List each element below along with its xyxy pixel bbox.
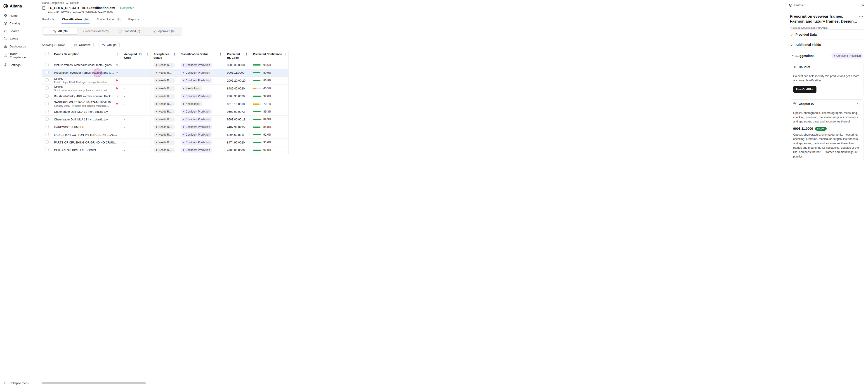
row-checkbox[interactable]	[45, 133, 49, 136]
table-row[interactable]: CHIPSPotato chips. Fried. Packaged in ba…	[42, 76, 289, 85]
row-checkbox[interactable]	[45, 71, 49, 74]
acceptance-status-badge[interactable]: Needs Rev...	[153, 117, 175, 122]
sparkle-icon[interactable]: ✦	[116, 71, 119, 74]
filter-approved-0[interactable]: Approved (0)	[147, 28, 181, 35]
tab-classification[interactable]: Classification20	[61, 17, 90, 24]
acceptance-status-badge[interactable]: Needs Rev...	[153, 70, 175, 75]
sort-desc-icon[interactable]: ↓	[81, 53, 82, 56]
classification-status-badge[interactable]: Confident Prediction	[181, 70, 212, 75]
classification-status-badge[interactable]: Confident Prediction	[181, 117, 212, 122]
column-menu-icon[interactable]: ⋮	[245, 53, 248, 56]
classification-status-badge[interactable]: Confident Prediction	[181, 125, 212, 129]
row-checkbox[interactable]	[45, 125, 49, 128]
row-checkbox[interactable]	[45, 117, 49, 121]
acceptance-status-badge[interactable]: Needs Rev...	[153, 132, 175, 137]
row-checkbox[interactable]	[45, 148, 49, 152]
acceptance-status-badge[interactable]: Needs Rev...	[153, 86, 175, 91]
column-menu-icon[interactable]: ⋮	[146, 53, 149, 56]
column-menu-icon[interactable]: ⋮	[116, 53, 119, 56]
status-badge: Completed	[120, 6, 134, 10]
classification-status-badge[interactable]: Needs Input	[181, 86, 203, 91]
sparkle-icon[interactable]: ✦	[116, 95, 119, 98]
section-provided-data[interactable]: Provided Data	[790, 29, 864, 39]
acceptance-status-badge[interactable]: Needs Rev...	[153, 140, 175, 145]
more-options-icon[interactable]: ···	[859, 14, 864, 19]
use-copilot-button[interactable]: Use Co-Pilot	[793, 86, 816, 93]
table-row[interactable]: Bourbon/Whisky. 40% alcohol content. Pac…	[42, 92, 289, 100]
classification-status-badge[interactable]: Needs Input	[181, 101, 203, 106]
sidebar-item-catalog[interactable]: Catalog	[0, 20, 36, 27]
table-row[interactable]: CHILDREN'S PICTURE BOOKS-Needs Rev...Con…	[42, 147, 289, 154]
column-label: Predicted HS Code	[227, 53, 240, 59]
row-checkbox[interactable]	[45, 63, 49, 66]
filter-classified-0[interactable]: Classified (0)	[112, 28, 147, 35]
column-menu-icon[interactable]: ⋮	[219, 53, 222, 56]
flag-icon: ⚑	[116, 87, 119, 90]
tab-bar: ProductsClassification20Forced Labor2Rep…	[42, 17, 785, 24]
acceptance-status-badge[interactable]: Needs Rev...	[153, 63, 175, 68]
table-row[interactable]: HARDWOOD LUMBER-Needs Rev...Confident Pr…	[42, 123, 289, 131]
row-checkbox[interactable]	[45, 109, 49, 113]
classification-status-badge[interactable]: Confident Prediction	[181, 109, 212, 114]
sidebar: Altana HomeCatalogSearchSavedDashboardsT…	[0, 0, 36, 390]
classification-status-badge[interactable]: Confident Prediction	[181, 78, 212, 83]
acceptance-status-badge[interactable]: Needs Rev...	[153, 101, 175, 106]
columns-button[interactable]: Columns	[71, 41, 94, 48]
status-dot-icon	[156, 88, 157, 89]
sidebar-item-trade-compliance[interactable]: Trade Compliance	[0, 50, 36, 61]
select-all-checkbox[interactable]	[45, 52, 49, 55]
filter-needs-review-20[interactable]: Needs Review (20)	[78, 28, 112, 35]
confidence-bar	[253, 119, 261, 120]
table-row[interactable]: Cheerleader Doll; MLA 18 inch, plastic t…	[42, 108, 289, 116]
table-row[interactable]: SANITARY WARE PO#186447944,186447945,186…	[42, 100, 289, 108]
goods-description-cell: PARTS OF CRUSHING OR GRINDING CRUSHER MA…	[51, 139, 121, 147]
row-checkbox[interactable]	[45, 140, 49, 144]
sidebar-item-search[interactable]: Search	[0, 27, 36, 35]
table-row[interactable]: Cheerleader Doll; MLA 18 inch, plastic t…	[42, 116, 289, 123]
row-checkbox[interactable]	[45, 86, 49, 90]
section-suggestions[interactable]: Suggestions Confident Prediction	[790, 50, 864, 62]
tab-products[interactable]: Products	[42, 17, 55, 24]
section-additional-fields[interactable]: Additional Fields	[790, 39, 864, 50]
sidebar-item-settings[interactable]: Settings	[0, 61, 36, 69]
classification-status-badge[interactable]: Confident Prediction	[181, 140, 212, 145]
column-menu-icon[interactable]: ⋮	[284, 53, 287, 56]
pencil-icon[interactable]: ✎	[116, 64, 119, 66]
sidebar-item-dashboards[interactable]: Dashboards	[0, 42, 36, 50]
acceptance-status-badge[interactable]: Needs Rev...	[153, 148, 175, 153]
classification-status-badge[interactable]: Confident Prediction	[181, 132, 212, 137]
badge-label: Confident Prediction	[186, 141, 210, 144]
groups-button[interactable]: Groups	[98, 41, 120, 48]
classification-status-badge[interactable]: Confident Prediction	[181, 148, 212, 153]
table-row[interactable]: PARTS OF CRUSHING OR GRINDING CRUSHER MA…	[42, 139, 289, 147]
file-icon	[42, 6, 46, 10]
table-row[interactable]: Picture frames. Materials: wood, metal, …	[42, 61, 289, 69]
row-checkbox[interactable]	[45, 94, 49, 98]
chapter-card-header[interactable]: Chapter 90	[790, 100, 863, 108]
tab-forced-labor[interactable]: Forced Labor2	[96, 17, 121, 24]
acceptance-status-badge[interactable]: Needs Rev...	[153, 94, 175, 99]
chevron-down-icon[interactable]	[857, 102, 860, 105]
row-checkbox[interactable]	[45, 102, 49, 105]
filter-all-20[interactable]: All (20)	[43, 28, 78, 35]
breadcrumb-item-trade-compliance[interactable]: Trade Compliance	[42, 1, 64, 4]
column-menu-icon[interactable]: ⋮	[173, 53, 176, 56]
classification-status-badge[interactable]: Confident Prediction	[181, 94, 212, 99]
horizontal-scrollbar-thumb[interactable]	[42, 382, 146, 384]
sidebar-item-home[interactable]: Home	[0, 12, 36, 20]
acceptance-status-badge[interactable]: Needs Rev...	[153, 125, 175, 129]
altana-logo[interactable]: Altana	[0, 2, 36, 12]
acceptance-status-badge[interactable]: Needs Rev...	[153, 78, 175, 83]
row-select-cell	[42, 92, 51, 100]
acceptance-status-badge[interactable]: Needs Rev...	[153, 109, 175, 114]
tab-reports[interactable]: Reports	[128, 17, 140, 24]
collapse-panel-icon[interactable]	[861, 3, 864, 7]
table-row[interactable]: CHIPSSemiconductor chips. Integral to el…	[42, 85, 289, 92]
collapse-menu-button[interactable]: Collapse menu	[0, 379, 36, 387]
table-row[interactable]: Prescription eyewear frames. Fashion and…	[42, 69, 289, 76]
sidebar-item-saved[interactable]: Saved	[0, 35, 36, 42]
row-checkbox[interactable]	[45, 78, 49, 82]
classification-status-badge[interactable]: Confident Prediction	[181, 63, 212, 68]
column-header-content: Predicted HS Code⋮	[227, 53, 248, 60]
table-row[interactable]: LADIES 90% COTTON 7% TENCEL 3% ELASTANE …	[42, 131, 289, 139]
